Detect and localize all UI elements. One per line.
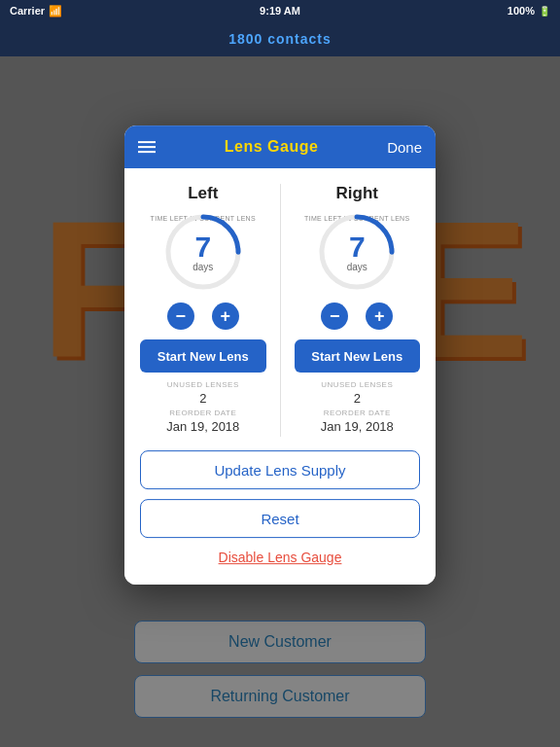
left-days-unit: days — [192, 262, 213, 272]
left-eye-panel: Left TIME LEFT IN CURRENT LENS 7 days — [140, 184, 266, 437]
disable-lens-gauge-link[interactable]: Disable Lens Gauge — [140, 550, 420, 565]
logo-prefix: 1800 — [228, 31, 262, 47]
right-unused-value: 2 — [354, 391, 361, 406]
status-bar: Carrier 📶 9:19 AM 100% 🔋 — [0, 0, 560, 21]
left-plus-button[interactable]: + — [212, 302, 239, 330]
eyes-divider — [280, 184, 281, 437]
wifi-icon: 📶 — [49, 5, 62, 18]
right-reorder-value: Jan 19, 2018 — [321, 419, 394, 434]
right-start-lens-button[interactable]: Start New Lens — [295, 339, 421, 373]
right-counter-row: − + — [321, 302, 393, 330]
status-bar-left: Carrier 📶 — [10, 5, 62, 18]
left-unused-row: UNUSED LENSES 2 — [167, 380, 239, 407]
right-eye-panel: Right TIME LEFT IN CURRENT LENS 7 days −… — [295, 184, 421, 437]
right-gauge: TIME LEFT IN CURRENT LENS 7 days — [314, 209, 400, 295]
left-days-value: 7 — [194, 232, 211, 262]
reset-button[interactable]: Reset — [140, 499, 420, 538]
right-days-value: 7 — [349, 232, 366, 262]
right-minus-button[interactable]: − — [321, 302, 348, 330]
modal-title: Lens Gauge — [225, 138, 319, 156]
right-reorder-label: REORDER DATE — [321, 409, 394, 417]
left-unused-label: UNUSED LENSES — [167, 380, 239, 389]
left-reorder-value: Jan 19, 2018 — [166, 419, 239, 434]
update-lens-supply-button[interactable]: Update Lens Supply — [140, 450, 420, 489]
lens-gauge-modal: Lens Gauge Done Left TIME LEFT IN CURREN… — [124, 125, 436, 585]
left-gauge: TIME LEFT IN CURRENT LENS 7 days — [160, 209, 246, 295]
status-bar-right: 100% 🔋 — [508, 5, 550, 17]
modal-body: Left TIME LEFT IN CURRENT LENS 7 days — [124, 168, 436, 585]
left-start-lens-button[interactable]: Start New Lens — [140, 339, 266, 373]
right-unused-label: UNUSED LENSES — [321, 380, 393, 389]
left-counter-row: − + — [167, 302, 239, 330]
app-logo: 1800 contacts — [228, 31, 332, 47]
logo-suffix: contacts — [267, 31, 332, 47]
right-days-unit: days — [347, 262, 368, 272]
left-eye-label: Left — [188, 184, 218, 203]
left-reorder-label: REORDER DATE — [166, 409, 239, 417]
right-unused-row: UNUSED LENSES 2 — [321, 380, 393, 407]
right-reorder-row: REORDER DATE Jan 19, 2018 — [321, 409, 394, 435]
status-bar-time: 9:19 AM — [260, 5, 300, 17]
hamburger-menu-button[interactable] — [138, 141, 156, 153]
right-plus-button[interactable]: + — [366, 302, 393, 330]
app-header: 1800 contacts — [0, 21, 560, 56]
battery-icon: 🔋 — [539, 6, 550, 17]
left-minus-button[interactable]: − — [167, 302, 194, 330]
modal-done-button[interactable]: Done — [387, 139, 422, 156]
left-unused-value: 2 — [199, 391, 206, 406]
modal-header: Lens Gauge Done — [124, 125, 436, 168]
right-eye-label: Right — [336, 184, 378, 203]
carrier-label: Carrier — [10, 5, 45, 17]
left-reorder-row: REORDER DATE Jan 19, 2018 — [166, 409, 239, 435]
battery-label: 100% — [508, 5, 535, 17]
eyes-row: Left TIME LEFT IN CURRENT LENS 7 days — [140, 184, 420, 437]
